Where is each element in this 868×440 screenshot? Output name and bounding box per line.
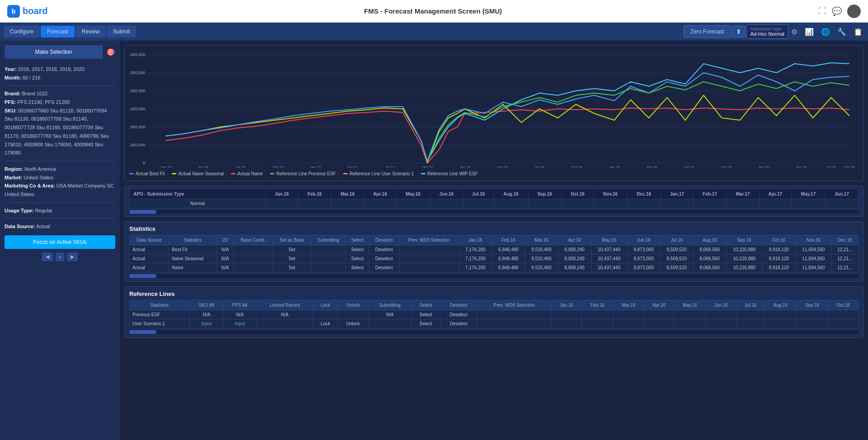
- zero-forecast-button[interactable]: Zero Forecast: [684, 25, 731, 38]
- list-icon[interactable]: 📋: [852, 26, 864, 38]
- apo-val: [463, 199, 494, 208]
- ref-pfs-mi: Input: [223, 319, 256, 328]
- apo-col-sep16: Sep.16: [528, 189, 561, 199]
- chat-icon[interactable]: 💬: [832, 6, 842, 16]
- legend-color-best-fit: [129, 173, 134, 174]
- th-set-as-base: Set as Base: [273, 235, 311, 245]
- stats-prev-wd9: [399, 254, 459, 263]
- apo-col-dec16: Dec.16: [627, 189, 660, 199]
- brand-label: Brand:: [5, 91, 20, 96]
- stats-apr16: 8,008,240: [558, 254, 591, 263]
- svg-text:Apr.16: Apr.16: [198, 165, 209, 168]
- stats-deselect[interactable]: Deselect: [369, 263, 399, 272]
- ref-unlock[interactable]: Unlock: [338, 319, 368, 328]
- legend-prev-esf: Reference Line Previous ESF: [270, 171, 336, 176]
- next-page-button[interactable]: ▶: [67, 253, 78, 261]
- stats-base-comb: [234, 245, 273, 254]
- chart-svg: 30,000,000 25,000,000 20,000,000 15,000,…: [129, 50, 859, 168]
- stats-set-as-base[interactable]: Set: [273, 263, 311, 272]
- stats-select[interactable]: Select: [346, 254, 369, 263]
- svg-text:Oct.16: Oct.16: [273, 165, 283, 168]
- user-avatar[interactable]: [847, 5, 861, 18]
- make-selection-button[interactable]: Make Selection: [5, 45, 103, 59]
- stats-select[interactable]: Select: [346, 245, 369, 254]
- ref-scrollbar-track[interactable]: [129, 330, 859, 334]
- stats-dec16: 12,21...: [831, 254, 858, 263]
- upload-button[interactable]: ⬆: [732, 26, 745, 37]
- stats-jan16: 7,174,200: [459, 245, 492, 254]
- stats-mar16: 9,510,400: [525, 263, 558, 272]
- ref-deselect[interactable]: Deselect: [440, 319, 477, 328]
- market-value: United States: [24, 175, 53, 180]
- stats-jul16: 8,509,520: [660, 263, 693, 272]
- stats-deselect[interactable]: Deselect: [369, 254, 399, 263]
- ref-scrollbar-thumb[interactable]: [129, 330, 156, 334]
- th-oct16: Oct.16: [762, 235, 795, 245]
- tools-icon[interactable]: 🔧: [835, 26, 848, 38]
- stats-oct16: 9,918,120: [762, 263, 795, 272]
- focus-active-skus-button[interactable]: Focus on Active SKUs: [5, 235, 115, 249]
- ref-apr16: [644, 310, 674, 319]
- apo-val: [594, 199, 627, 208]
- ref-jan16: [551, 319, 582, 328]
- svg-text:0: 0: [143, 161, 145, 165]
- configure-button[interactable]: Configure: [4, 26, 40, 37]
- stats-deselect[interactable]: Deselect: [369, 245, 399, 254]
- legend-label-user-scenario: Reference Line User Scenario 1: [349, 171, 414, 176]
- apo-scrollbar-thumb[interactable]: [129, 210, 156, 214]
- legend-label-naive: Actual Naive: [237, 171, 263, 176]
- svg-text:Oct.18: Oct.18: [571, 165, 582, 168]
- screen-icon[interactable]: ⛶: [818, 6, 826, 16]
- ref-lock[interactable]: Lock: [313, 319, 338, 328]
- th-submitting: Submitting: [311, 235, 346, 245]
- ref-statistics: User Scenario 1: [130, 319, 190, 328]
- stats-jun16: 9,873,000: [627, 254, 660, 263]
- review-button[interactable]: Review: [75, 26, 106, 37]
- ref-jan16: [551, 310, 582, 319]
- stats-statistics: Naive: [169, 263, 217, 272]
- stats-2d: N/A: [217, 245, 234, 254]
- ref-th-deselect: Deselect: [440, 300, 477, 310]
- stats-scrollbar-track[interactable]: [129, 274, 859, 278]
- top-icons: ⛶ 💬: [818, 5, 861, 18]
- apo-col-feb17: Feb.17: [693, 189, 726, 199]
- svg-text:Oct.20: Oct.20: [844, 165, 855, 168]
- ref-may16: [674, 310, 706, 319]
- svg-text:Apr.19: Apr.19: [646, 165, 657, 168]
- stats-set-as-base[interactable]: Set: [273, 245, 311, 254]
- stats-jul16: 8,509,520: [660, 245, 693, 254]
- globe-icon[interactable]: 🌐: [819, 26, 832, 38]
- ref-th-sku-mi: SKU MI: [190, 300, 224, 310]
- legend-user-scenario: Reference Line User Scenario 1: [343, 171, 414, 176]
- stats-2d: N/A: [217, 263, 234, 272]
- ref-prev-wd9: [477, 319, 551, 328]
- region-value: North America: [24, 166, 56, 172]
- stats-select[interactable]: Select: [346, 263, 369, 272]
- ref-feb16: [582, 310, 613, 319]
- svg-text:Jul.20: Jul.20: [826, 165, 836, 168]
- legend-color-naive: [231, 173, 236, 174]
- ref-submitting: N/A: [368, 310, 411, 319]
- legend-label-prev-esf: Reference Line Previous ESF: [276, 171, 336, 176]
- ref-select[interactable]: Select: [411, 319, 440, 328]
- apo-header-type: APO - Submission Type: [130, 189, 266, 199]
- ref-th-mar16: Mar.16: [613, 300, 644, 310]
- ref-select[interactable]: Select: [411, 310, 440, 319]
- prev-page-button[interactable]: ◀: [42, 253, 53, 261]
- stats-row-1: Actual Naive Seasonal N/A Set Select Des…: [130, 254, 859, 263]
- filter-icon[interactable]: ⚙: [789, 26, 799, 38]
- forecast-button[interactable]: Forecast: [41, 26, 75, 37]
- ref-jun16: [706, 319, 736, 328]
- apo-scrollbar-track[interactable]: [129, 210, 859, 214]
- ref-th-prev-wd9: Prev. WD9 Selection: [477, 300, 551, 310]
- ref-locked: [256, 319, 313, 328]
- ref-may16: [674, 319, 706, 328]
- ref-deselect[interactable]: Deselect: [440, 310, 477, 319]
- apo-section: APO - Submission Type Jan.16 Feb.16 Mar.…: [124, 186, 863, 217]
- stats-scrollbar-thumb[interactable]: [129, 274, 156, 278]
- stats-set-as-base[interactable]: Set: [273, 254, 311, 263]
- submit-button[interactable]: Submit: [107, 26, 136, 37]
- stats-sep16: 10,220,880: [726, 263, 762, 272]
- datasource-value: Actual: [36, 224, 50, 229]
- chart-icon[interactable]: 📊: [803, 26, 816, 38]
